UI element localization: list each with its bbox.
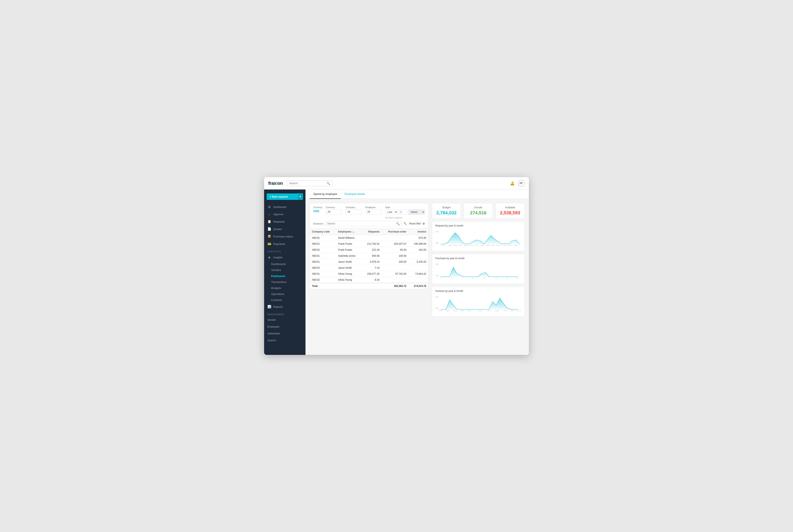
actuals-label: Actuals xyxy=(467,206,490,209)
employee-filter-row: Employee 🔍 ✏️ Reset filter ⚙ xyxy=(313,221,425,226)
employees-table: Company code Employees ▲ Requests Purcha… xyxy=(310,229,428,289)
header-search-input[interactable] xyxy=(289,182,326,185)
cell-total-po: 292,362.72 xyxy=(382,283,408,289)
search-icon: 🔍 xyxy=(396,222,400,225)
cell-total-empty xyxy=(336,283,362,289)
cell-invoice xyxy=(408,277,428,283)
payments-icon: 💳 xyxy=(268,242,271,246)
sidebar-sub-employees[interactable]: Employees xyxy=(264,273,306,279)
cell-invoice xyxy=(408,253,428,259)
svg-text:May 23: May 23 xyxy=(495,310,499,311)
sidebar-item-payments[interactable]: 💳 Payments xyxy=(264,240,306,248)
cell-purchase-order xyxy=(382,235,408,241)
sidebar-item-reports[interactable]: 📊 Reports xyxy=(264,303,306,310)
sidebar-item-label: Search xyxy=(268,339,276,342)
sidebar-item-administer[interactable]: Administer xyxy=(264,330,306,337)
reset-filter-button[interactable]: Reset filter ⚙ xyxy=(409,222,425,225)
sidebar-sub-customs[interactable]: Customs xyxy=(264,297,306,303)
th-company-code: Company code xyxy=(310,229,336,235)
request-chart-card: Request by year & month 0.1M 0.0M xyxy=(432,221,525,251)
purchase-chart-svg: 0.1M 0.0M xyxy=(436,262,521,280)
cell-requests: 7.14 xyxy=(362,265,382,271)
cell-employee: Gabriella Jones xyxy=(336,253,362,259)
sidebar-item-dashboard[interactable]: ⊞ Dashboard xyxy=(264,203,306,211)
svg-text:Apr 22: Apr 22 xyxy=(459,245,462,246)
insights-icon: ◈ xyxy=(268,255,271,259)
cell-invoice: 196,399.66 xyxy=(408,241,428,247)
filter-bar: Currency USD Currency All Company xyxy=(310,203,428,229)
table-row: ABC01 Frank Foster 212,782.91 204,337.07… xyxy=(310,241,428,247)
sidebar-item-label: Administer xyxy=(268,332,280,335)
purchase-chart-title: Purchase by year & month xyxy=(436,257,521,260)
new-request-dropdown-button[interactable]: ▾ xyxy=(297,193,303,200)
tab-spend-by-employee[interactable]: Spend by employee xyxy=(310,190,341,199)
sidebar-sub-operations[interactable]: Operations xyxy=(264,291,306,297)
cell-employee: Olivia Young xyxy=(336,271,362,277)
table-row: ABC02 Olivia Young 8.16 xyxy=(310,277,428,283)
sidebar-item-label: Insights xyxy=(273,256,282,259)
cell-purchase-order xyxy=(382,265,408,271)
sidebar-sub-budgets[interactable]: Budgets xyxy=(264,285,306,291)
sidebar-item-search[interactable]: Search xyxy=(264,337,306,344)
sidebar-item-quotes[interactable]: 📄 Quotes xyxy=(264,225,306,233)
invoice-chart-title: Invoices by year & month xyxy=(436,289,521,292)
edit-icon[interactable]: ✏️ xyxy=(404,222,407,225)
table-row: ABC01 Gabriella Jones 945.50 106.50 xyxy=(310,253,428,259)
cell-company: ABC01 xyxy=(310,241,336,247)
svg-text:Sep 22: Sep 22 xyxy=(480,245,484,246)
svg-text:0.1M: 0.1M xyxy=(436,264,439,265)
sidebar-item-employee[interactable]: Employee xyxy=(264,323,306,330)
date-select[interactable]: Last xyxy=(385,209,398,215)
svg-text:Jul 22: Jul 22 xyxy=(475,245,478,246)
header-search-box[interactable]: 🔍 xyxy=(287,180,332,186)
svg-text:Nov 22: Nov 22 xyxy=(491,245,495,246)
new-request-button[interactable]: + New request xyxy=(266,193,297,200)
company-select[interactable]: All xyxy=(346,209,362,214)
cell-employee: Jason Smith xyxy=(336,265,362,271)
date-label: Date xyxy=(385,206,425,209)
sidebar-sub-transactions[interactable]: Transactions xyxy=(264,279,306,285)
sidebar-sub-vendors[interactable]: Vendors xyxy=(264,267,306,273)
notifications-icon[interactable]: 🔔 xyxy=(510,181,515,186)
invoice-chart-card: Invoices by year & month 0.1M 0.0M xyxy=(432,286,525,317)
svg-text:Jun 23: Jun 23 xyxy=(503,310,507,311)
svg-text:0.0M: 0.0M xyxy=(436,307,439,309)
employee-search-input[interactable] xyxy=(327,222,395,225)
employee-search-box[interactable]: 🔍 xyxy=(325,221,402,226)
available-label: Available xyxy=(499,206,521,209)
th-purchase-order: Purchase order xyxy=(382,229,408,235)
currency-filter-group: Currency USD xyxy=(313,206,322,213)
sidebar-item-approve[interactable]: ○ Approve xyxy=(264,211,306,218)
sidebar-item-insights[interactable]: ◈ Insights xyxy=(264,253,306,261)
left-panel: Currency USD Currency All Company xyxy=(310,203,428,351)
sidebar-sub-dashboards[interactable]: Dashboards xyxy=(264,261,306,267)
date-number-input[interactable] xyxy=(399,210,407,214)
available-metric-card: Available 2,538,593 xyxy=(495,203,525,219)
purchase-orders-icon: 📦 xyxy=(268,234,271,238)
svg-text:May 22: May 22 xyxy=(464,245,468,246)
user-avatar[interactable]: FF xyxy=(518,180,525,187)
employee-select[interactable]: All xyxy=(366,209,382,214)
svg-text:0.1M: 0.1M xyxy=(436,296,439,298)
sidebar-item-purchase-orders[interactable]: 📦 Purchase orders xyxy=(264,233,306,240)
date-period-select[interactable]: Select xyxy=(408,209,425,215)
cell-requests: 8.16 xyxy=(362,277,382,283)
purchase-area-fill xyxy=(441,267,518,277)
request-area-fill xyxy=(441,233,520,244)
svg-text:0: 0 xyxy=(440,278,441,279)
th-employees[interactable]: Employees ▲ xyxy=(336,229,362,235)
sidebar-item-requests[interactable]: 📋 Requests xyxy=(264,218,306,225)
svg-text:Feb 23: Feb 23 xyxy=(503,245,507,246)
actuals-metric-card: Actuals 274,516 xyxy=(463,203,493,219)
sidebar-item-label: Purchase orders xyxy=(273,235,293,238)
svg-text:Mar 22: Mar 22 xyxy=(454,245,457,246)
cell-employee: Jason Smith xyxy=(336,259,362,265)
tab-employee-details[interactable]: Employee details xyxy=(341,190,369,199)
invoice-chart-svg: 0.1M 0.0M xyxy=(436,294,521,313)
requests-icon: 📋 xyxy=(268,220,271,224)
sidebar-item-vendor[interactable]: Vendor xyxy=(264,317,306,323)
currency-select[interactable]: All xyxy=(326,209,342,214)
budget-label: Budget xyxy=(436,206,458,209)
cell-requests: 221.34 xyxy=(362,247,382,253)
svg-text:25: 25 xyxy=(495,278,497,279)
